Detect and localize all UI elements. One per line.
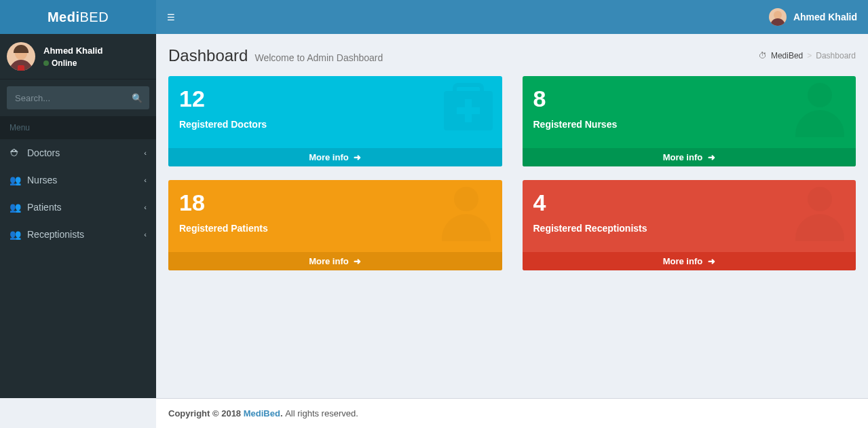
content-header: Dashboard Welcome to Admin Dashboard ⏱ M… — [156, 34, 868, 72]
sidebar-item-nurses[interactable]: 👥Nurses ‹ — [0, 166, 156, 194]
breadcrumb-sep: > — [807, 51, 812, 60]
topbar: ☰ Ahmed Khalid — [156, 0, 868, 34]
users-icon: 👥 — [10, 202, 20, 213]
medkit-icon — [444, 83, 493, 130]
avatar — [769, 8, 787, 26]
menu-header: Menu — [0, 116, 156, 139]
footer: Copyright © 2018 MediBed. All rights res… — [156, 398, 868, 428]
person-icon — [793, 83, 846, 136]
stat-more-info-link[interactable]: More info ➜ — [168, 148, 502, 166]
sidebar-item-doctors[interactable]: ⛑Doctors ‹ — [0, 139, 156, 166]
users-icon: 👥 — [10, 175, 20, 185]
search-icon: 🔍 — [132, 93, 143, 103]
brand-logo[interactable]: MediBED — [0, 0, 156, 34]
stat-more-info-link[interactable]: More info ➜ — [168, 252, 502, 270]
breadcrumb: ⏱ MediBed > Dashboard — [759, 51, 856, 60]
page-subtitle: Welcome to Admin Dashboard — [254, 52, 383, 63]
sidebar-item-patients[interactable]: 👥Patients ‹ — [0, 194, 156, 221]
online-dot-icon — [43, 60, 49, 66]
breadcrumb-active: Dashboard — [816, 51, 856, 60]
avatar[interactable] — [7, 42, 35, 71]
search-button[interactable]: 🔍 — [128, 89, 147, 107]
dashboard-icon: ⏱ — [759, 51, 767, 60]
nav-label: Receptionists — [27, 229, 84, 240]
chevron-left-icon: ‹ — [144, 176, 147, 184]
sidebar-user-panel: Ahmed Khalid Online — [0, 34, 156, 79]
stat-more-info-link[interactable]: More info ➜ — [523, 252, 856, 270]
breadcrumb-home[interactable]: MediBed — [771, 51, 803, 60]
topbar-user-name: Ahmed Khalid — [793, 12, 857, 22]
nav-label: Nurses — [27, 175, 57, 185]
nav-label: Patients — [27, 202, 62, 213]
users-icon: 👥 — [10, 229, 20, 240]
person-icon — [440, 187, 493, 240]
topbar-user-menu[interactable]: Ahmed Khalid — [769, 8, 857, 26]
stat-box-nurses: 8 Registered Nurses More info ➜ — [523, 76, 856, 166]
main: ☰ Ahmed Khalid Dashboard Welcome to Admi… — [156, 0, 868, 398]
sidebar-item-receptionists[interactable]: 👥Receptionists ‹ — [0, 221, 156, 248]
brand-text: MediBED — [48, 10, 109, 25]
chevron-left-icon: ‹ — [144, 149, 147, 157]
chevron-left-icon: ‹ — [144, 203, 147, 211]
chevron-left-icon: ‹ — [144, 230, 147, 238]
hamburger-icon: ☰ — [167, 12, 175, 22]
footer-rights: All rights reserved. — [285, 408, 358, 418]
stat-more-info-link[interactable]: More info ➜ — [523, 148, 856, 166]
sidebar: MediBED Ahmed Khalid Online 🔍 Menu ⛑Doct… — [0, 0, 156, 398]
toggle-sidebar-button[interactable]: ☰ — [167, 12, 175, 22]
stat-box-doctors: 12 Registered Doctors More info ➜ — [168, 76, 502, 166]
stat-box-patients: 18 Registered Patients More info ➜ — [168, 180, 502, 270]
arrow-circle-right-icon: ➜ — [354, 152, 361, 162]
sidebar-search: 🔍 — [7, 86, 149, 109]
content: 12 Registered Doctors More info ➜ 8 — [156, 72, 868, 398]
footer-copyright: Copyright © 2018 — [168, 408, 244, 418]
person-icon — [793, 187, 846, 240]
medkit-icon: ⛑ — [10, 147, 20, 158]
page-title: Dashboard — [168, 46, 248, 65]
stat-box-receptionists: 4 Registered Receptionists More info ➜ — [523, 180, 856, 270]
nav-label: Doctors — [27, 147, 60, 158]
sidebar-user-name: Ahmed Khalid — [43, 46, 102, 56]
footer-brand-link[interactable]: MediBed — [244, 408, 280, 418]
arrow-circle-right-icon: ➜ — [708, 256, 715, 266]
sidebar-user-status: Online — [43, 58, 102, 68]
arrow-circle-right-icon: ➜ — [354, 256, 361, 266]
arrow-circle-right-icon: ➜ — [708, 152, 715, 162]
